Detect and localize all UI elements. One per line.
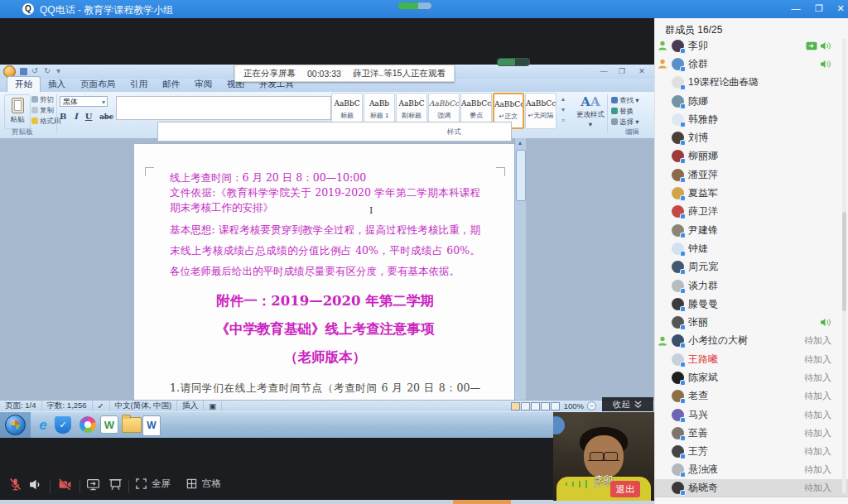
word-minimize-button[interactable]: —	[596, 66, 611, 76]
word-document-icon[interactable]: W	[142, 415, 161, 436]
close-button[interactable]: ✕	[831, 2, 848, 16]
font-name-combo[interactable]: 黑体	[60, 96, 108, 107]
dropdown-panel	[116, 96, 331, 120]
scrollbar-thumb[interactable]	[516, 150, 526, 201]
word-count[interactable]: 字数: 1,256	[42, 401, 93, 411]
internet-explorer-icon[interactable]: e	[33, 415, 53, 435]
wps-writer-icon[interactable]: W	[100, 415, 118, 434]
lenovo-icon[interactable]	[80, 416, 96, 433]
spellcheck-icon[interactable]: ✓	[93, 401, 110, 410]
member-row[interactable]: 尹建锋	[655, 221, 848, 239]
draft-view-icon[interactable]	[551, 402, 560, 410]
document-area[interactable]: 线上考查时间：6 月 20 日 8：00—10:00 文件依据:《教育科学学院关…	[0, 138, 654, 401]
find-icon	[611, 97, 618, 103]
member-list-scrollbar[interactable]	[842, 38, 846, 493]
bold-button[interactable]: B	[60, 112, 66, 121]
document-scrollbar[interactable]: ▲	[514, 138, 526, 401]
member-avatar	[672, 58, 684, 70]
member-row[interactable]: 谈力群	[655, 276, 848, 295]
strikethrough-button[interactable]: abc	[99, 113, 113, 121]
ribbon-tab[interactable]: 页面布局	[73, 77, 123, 92]
find-button[interactable]: 查找 ▾	[611, 95, 639, 106]
outline-view-icon[interactable]	[541, 402, 550, 410]
member-row[interactable]: 周元宽	[655, 258, 848, 276]
member-row[interactable]: 韩雅静	[655, 110, 848, 128]
fullscreen-view-icon[interactable]	[521, 402, 530, 410]
word-close-button[interactable]: ✕	[634, 66, 649, 76]
paste-button[interactable]: 粘贴	[4, 94, 31, 129]
member-row[interactable]: 滕曼曼	[655, 295, 848, 313]
font-format-buttons: B I U abc	[60, 112, 118, 121]
language-indicator[interactable]: 中文(简体, 中国)	[110, 401, 178, 411]
style-card[interactable]: AaBbCcDd ↵无间隔	[525, 93, 556, 129]
copy-button[interactable]: 复制	[31, 106, 54, 116]
document-page[interactable]: 线上考查时间：6 月 20 日 8：00—10:00 文件依据:《教育科学学院关…	[134, 144, 514, 401]
insert-mode[interactable]: 插入	[177, 401, 204, 411]
windows-start-icon[interactable]	[5, 415, 26, 435]
ribbon-tab[interactable]: 邮件	[155, 77, 187, 92]
member-row[interactable]: 徐群	[655, 55, 848, 73]
member-name: 悬浊液	[688, 463, 718, 477]
scroll-up-icon[interactable]: ▲	[515, 138, 525, 148]
member-row[interactable]: 柳丽娜	[655, 147, 848, 166]
member-row[interactable]: 陈娜	[655, 92, 848, 110]
member-name: 杨晓奇	[688, 481, 718, 495]
member-row[interactable]: 至善 待加入	[655, 424, 848, 442]
select-button[interactable]: 选择 ▾	[611, 117, 639, 127]
gallery-scroll-buttons[interactable]: ▲▼≡	[558, 94, 568, 128]
member-avatar	[672, 390, 684, 402]
ribbon-tab[interactable]: 审阅	[187, 77, 219, 92]
file-explorer-icon[interactable]	[122, 417, 142, 433]
member-row[interactable]: 19课程论曲春璐	[655, 74, 848, 92]
zoom-out-icon[interactable]: –	[587, 401, 596, 410]
member-row[interactable]: 刘博	[655, 128, 848, 146]
member-row[interactable]: 杨晓奇 待加入	[655, 479, 848, 497]
ribbon-tab[interactable]: 开始	[7, 76, 41, 92]
member-row[interactable]: 王芳 待加入	[655, 443, 848, 461]
member-avatar	[672, 316, 684, 329]
italic-button[interactable]: I	[74, 112, 78, 121]
member-row[interactable]: 夏益军	[655, 184, 848, 202]
member-row[interactable]: 钟婕	[655, 239, 848, 257]
print-layout-view-icon[interactable]	[511, 402, 520, 410]
page-indicator[interactable]: 页面: 1/4	[0, 401, 42, 411]
maximize-button[interactable]: ❐	[810, 2, 828, 16]
macro-record-icon[interactable]: ▣	[204, 401, 222, 410]
word-restore-button[interactable]: ❐	[614, 66, 629, 76]
fullscreen-button[interactable]: 全屏	[135, 478, 171, 490]
member-row[interactable]: 悬浊液 待加入	[655, 461, 848, 479]
camera-off-button[interactable]	[58, 478, 72, 492]
save-icon[interactable]	[20, 68, 27, 75]
member-avatar	[672, 95, 684, 108]
member-row[interactable]: 小考拉の大树 待加入	[655, 332, 848, 350]
quick-access-toolbar[interactable]: ↺ ↻ ▾	[20, 66, 62, 75]
cut-button[interactable]: 剪切	[31, 95, 54, 105]
member-row[interactable]: 潘亚萍	[655, 166, 848, 184]
minimize-button[interactable]: —	[787, 2, 805, 16]
member-row[interactable]: 张丽	[655, 313, 848, 331]
mute-mic-button[interactable]	[8, 478, 22, 492]
web-layout-view-icon[interactable]	[531, 402, 540, 410]
member-row[interactable]: 马兴 待加入	[655, 406, 848, 424]
collapse-toolbar-button[interactable]: 收起	[602, 397, 653, 411]
zoom-level[interactable]: 100%	[564, 401, 584, 410]
ribbon-tab[interactable]: 插入	[41, 77, 73, 92]
underline-button[interactable]: U	[85, 112, 93, 121]
member-row[interactable]: 老查 待加入	[655, 387, 848, 406]
member-row[interactable]: 陈家斌 待加入	[655, 368, 848, 386]
member-row[interactable]: 王路曦 待加入	[655, 350, 848, 368]
replace-button[interactable]: 替换	[611, 106, 639, 117]
screen-share-button[interactable]	[86, 478, 100, 492]
member-row[interactable]: 薛卫洋	[655, 203, 848, 221]
whiteboard-button[interactable]	[108, 478, 123, 492]
exit-button[interactable]: 退出	[610, 481, 640, 497]
share-progress-pill[interactable]	[398, 2, 432, 10]
speaker-button[interactable]	[28, 478, 42, 492]
member-row[interactable]: 李卯	[655, 36, 848, 55]
ribbon-tab[interactable]: 引用	[123, 77, 155, 92]
scissors-icon	[31, 96, 38, 103]
grid-view-button[interactable]: 宫格	[186, 478, 221, 490]
change-styles-button[interactable]: AA 更改样式 ▾	[575, 94, 606, 132]
qq-pc-manager-icon[interactable]: ✓	[55, 416, 71, 434]
member-avatar	[672, 76, 684, 89]
